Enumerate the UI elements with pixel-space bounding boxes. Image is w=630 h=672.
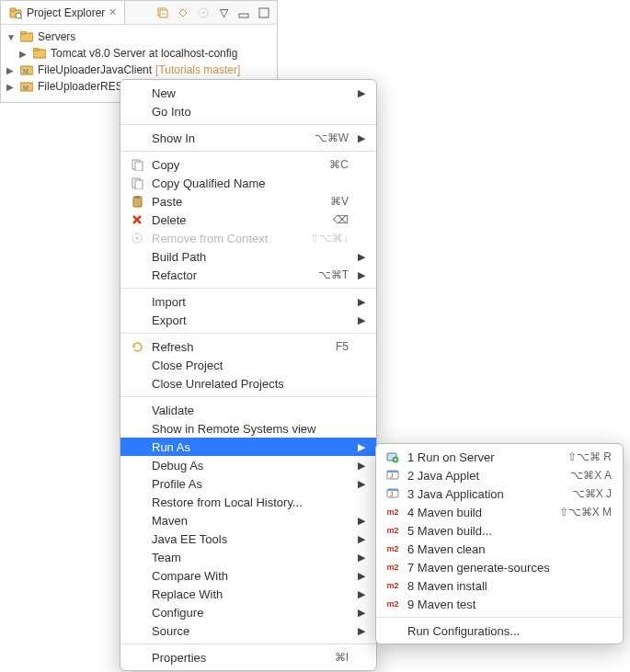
menu-new[interactable]: New▶ [120,84,376,102]
menu-separator [120,644,376,644]
submenu-maven-test[interactable]: m2 9 Maven test [376,595,623,613]
menu-configure[interactable]: Configure▶ [120,603,376,621]
tree-item-servers[interactable]: ▼ Servers [3,28,275,45]
menu-separator [120,151,376,152]
repo-annotation: [Tutorials master] [155,63,240,76]
svg-marker-29 [132,346,135,348]
menu-copy[interactable]: Copy⌘C [120,155,376,174]
menu-restore-history[interactable]: Restore from Local History... [120,493,376,511]
menu-close-unrelated[interactable]: Close Unrelated Projects [120,374,376,393]
menu-go-into[interactable]: Go Into [120,102,376,120]
menu-source[interactable]: Source▶ [120,621,376,640]
svg-rect-9 [239,14,248,17]
menu-replace-with[interactable]: Replace With▶ [120,585,376,603]
minimize-icon[interactable] [236,6,251,20]
svg-rect-24 [135,196,140,199]
menu-debug-as[interactable]: Debug As▶ [120,456,376,474]
menu-import[interactable]: Import▶ [120,292,376,311]
paste-icon [130,194,144,209]
menu-profile-as[interactable]: Profile As▶ [120,474,376,493]
maven-icon: m2 [385,523,400,538]
menu-run-as[interactable]: Run As▶ [120,438,376,456]
svg-rect-12 [20,31,26,34]
svg-text:M: M [23,85,29,91]
submenu-java-applet[interactable]: J 2 Java Applet⌥⌘X A [376,466,623,484]
maximize-icon[interactable] [257,6,271,20]
view-header: Project Explorer ✕ ▽ [1,1,277,25]
context-menu: New▶ Go Into Show In⌥⌘W▶ Copy⌘C Copy Qua… [120,79,377,671]
menu-refresh[interactable]: RefreshF5 [120,337,376,356]
menu-delete[interactable]: Delete⌫ [120,211,376,229]
menu-separator [120,124,376,125]
maven-icon: m2 [385,560,400,575]
submenu-maven-build-dots[interactable]: m2 5 Maven build... [376,521,623,540]
submenu-maven-build[interactable]: m2 4 Maven build⇧⌥⌘X M [376,503,623,521]
svg-text:M: M [23,68,29,74]
svg-rect-1 [10,8,16,11]
svg-line-3 [20,17,22,19]
menu-build-path[interactable]: Build Path▶ [120,247,376,266]
submenu-maven-clean[interactable]: m2 6 Maven clean [376,540,623,558]
caret-right-icon: ▶ [19,49,29,59]
svg-text:J: J [390,491,394,497]
view-toolbar: ▽ [150,6,277,20]
menu-java-ee-tools[interactable]: Java EE Tools▶ [120,530,376,548]
view-title: Project Explorer [27,6,105,19]
refresh-icon [130,339,144,354]
menu-export[interactable]: Export▶ [120,311,376,329]
svg-rect-14 [33,48,39,51]
delete-icon [130,212,144,227]
folder-icon [32,46,47,61]
submenu-run-on-server[interactable]: 1 Run on Server⇧⌥⌘ R [376,448,623,466]
menu-remove-context: Remove from Context⇧⌥⌘↓ [120,229,376,247]
submenu-maven-install[interactable]: m2 8 Maven install [376,576,623,595]
menu-separator [120,288,376,289]
svg-rect-10 [259,8,269,17]
explorer-icon [8,6,23,20]
view-menu-icon[interactable]: ▽ [216,6,231,20]
maven-icon: m2 [385,597,400,611]
collapse-all-icon[interactable] [155,6,170,20]
copy-icon [130,157,144,172]
tree-item-fileuploader-client[interactable]: ▶ M FileUploaderJavaClient [Tutorials ma… [3,62,275,78]
link-with-editor-icon[interactable] [176,6,190,20]
focus-task-icon[interactable] [196,6,211,20]
menu-paste[interactable]: Paste⌘V [120,192,376,211]
caret-right-icon: ▶ [6,82,16,92]
server-run-icon [385,450,400,464]
maven-project-icon: M [19,79,34,94]
copy-icon [130,176,144,190]
submenu-java-application[interactable]: J 3 Java Application⌥⌘X J [376,484,623,503]
menu-validate[interactable]: Validate [120,401,376,419]
run-as-submenu: 1 Run on Server⇧⌥⌘ R J 2 Java Applet⌥⌘X … [375,443,624,644]
java-app-icon: J [385,486,400,501]
menu-close-project[interactable]: Close Project [120,356,376,374]
menu-refactor[interactable]: Refactor⌥⌘T▶ [120,266,376,284]
svg-point-28 [136,237,139,240]
svg-rect-20 [135,162,143,171]
submenu-maven-generate-sources[interactable]: m2 7 Maven generate-sources [376,558,623,576]
menu-compare-with[interactable]: Compare With▶ [120,566,376,585]
menu-maven[interactable]: Maven▶ [120,511,376,530]
svg-rect-22 [135,180,143,189]
submenu-run-configurations[interactable]: Run Configurations... [376,621,623,640]
tree-label: FileUploaderJavaClient [38,63,152,76]
menu-copy-qualified[interactable]: Copy Qualified Name [120,174,376,192]
view-tab[interactable]: Project Explorer ✕ [1,1,125,24]
maven-icon: m2 [385,541,400,556]
tree-label: Servers [38,30,75,43]
tree-item-tomcat[interactable]: ▶ Tomcat v8.0 Server at localhost-config [3,45,275,62]
folder-icon [19,29,34,44]
maven-icon: m2 [385,578,400,593]
caret-down-icon: ▼ [6,32,16,42]
maven-project-icon: M [19,63,34,77]
menu-separator [376,617,623,618]
menu-show-remote[interactable]: Show in Remote Systems view [120,419,376,438]
maven-icon: m2 [385,505,400,519]
menu-team[interactable]: Team▶ [120,548,376,566]
menu-show-in[interactable]: Show In⌥⌘W▶ [120,129,376,147]
pin-icon: ✕ [109,6,117,18]
remove-context-icon [130,231,144,245]
java-applet-icon: J [385,468,400,483]
menu-properties[interactable]: Properties⌘I [120,648,376,666]
